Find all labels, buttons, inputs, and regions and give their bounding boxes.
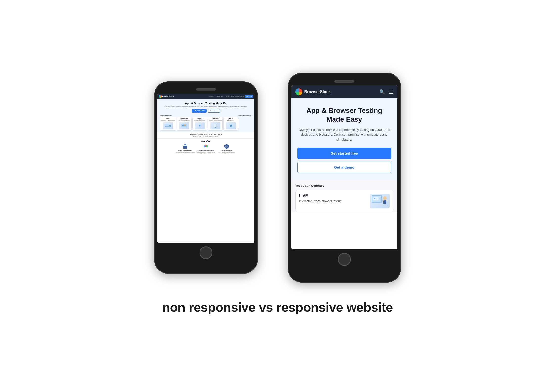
left-product-appau[interactable]: APP AU Automate app... — [223, 117, 238, 130]
right-live-info: LIVE Interactive cross browser testing. — [299, 194, 342, 203]
left-benefit-coverage-name: Comprehensive coverage — [196, 150, 216, 151]
left-benefit-coverage: Comprehensive coverage Instant access to… — [196, 144, 216, 155]
svg-point-24 — [383, 196, 387, 200]
left-hero-buttons: Get started free Get a demo — [159, 109, 252, 113]
svg-point-3 — [169, 126, 170, 127]
right-hero: App & Browser Testing Made Easy Give you… — [291, 98, 397, 180]
right-live-name: LIVE — [299, 194, 342, 198]
svg-rect-11 — [214, 124, 216, 127]
coverage-icon — [203, 144, 209, 149]
phone-speaker-left — [196, 88, 216, 91]
logo-jquery: ≈ jQuery — [198, 134, 203, 135]
left-benefit-box: Works out of the box Zero setup and zero… — [175, 144, 195, 155]
right-get-started-btn[interactable]: Get started free — [297, 148, 391, 159]
left-product-automate-desc: Selenium testing at scale — [178, 120, 191, 121]
svg-marker-16 — [183, 144, 187, 145]
left-product-automate[interactable]: AUTOMATE Selenium testing at scale — [177, 117, 192, 130]
left-product-appau-name: APP AU — [224, 118, 237, 120]
left-nav-products[interactable]: Products ↓ — [209, 96, 215, 97]
left-benefits-section: Benefits Works out of the box Zero setup… — [157, 138, 254, 156]
left-product-appau-desc: Automate app... — [224, 120, 237, 121]
left-test-websites-label: Test your Websites — [160, 115, 172, 116]
svg-point-28 — [374, 198, 375, 199]
right-hero-subtitle: Give your users a seamless experience by… — [297, 127, 391, 142]
left-get-demo-btn[interactable]: Get a demo — [208, 109, 220, 113]
right-live-img — [370, 194, 390, 208]
left-product-live-name: LIVE — [161, 118, 175, 120]
left-product-percy-img — [195, 122, 205, 129]
left-product-appau-img — [226, 122, 236, 129]
right-navbar: BrowserStack 🔍 ☰ — [291, 85, 397, 98]
left-trusted-section: ⊞ Microsoft ≈ jQuery ✕ RBS ⊛ HARVARD WIK… — [157, 132, 254, 138]
svg-rect-1 — [165, 124, 169, 126]
home-button-right[interactable] — [338, 253, 351, 266]
home-button-left[interactable] — [200, 246, 212, 259]
hamburger-icon[interactable]: ☰ — [389, 89, 393, 95]
left-brand-name: BrowserStack — [162, 95, 174, 97]
svg-rect-6 — [184, 125, 186, 126]
left-nav-free-trial[interactable]: FREE TRI — [245, 95, 253, 98]
left-product-applive-desc: Interactive mobile app testing — [209, 120, 222, 121]
left-test-mobile-label: Test your Mobile Apps — [238, 115, 251, 116]
left-product-live-img — [163, 122, 173, 129]
left-nav-teams[interactable]: Live for Teams — [225, 96, 234, 97]
left-get-started-btn[interactable]: Get started free — [192, 109, 207, 113]
left-logo: BrowserStack — [159, 95, 174, 98]
left-hero-subtitle: Give your users a seamless experience by… — [159, 106, 252, 108]
logo-microsoft: ⊞ Microsoft — [190, 134, 197, 135]
phone-non-responsive: BrowserStack Products ↓ Developers ↓ Liv… — [154, 81, 258, 274]
logo-rbs: ✕ RBS — [204, 134, 208, 135]
left-product-live[interactable]: LIVE Interactive cross browser testing — [160, 117, 176, 130]
right-test-websites-label: Test your Websites — [295, 184, 393, 187]
left-product-applive-name: APP LIVE — [209, 118, 222, 120]
svg-rect-5 — [182, 125, 184, 126]
phone-speaker-right — [334, 80, 354, 83]
left-benefit-security-name: Uncompromising — [217, 150, 237, 151]
left-nav-signin[interactable]: Sign in — [240, 96, 244, 97]
left-nav-developers[interactable]: Developers ↓ — [216, 96, 224, 97]
left-nav-pricing[interactable]: Pricing — [235, 96, 239, 97]
left-trusted-text: Trusted by more than 50,000 customers gl… — [158, 136, 253, 137]
left-product-live-desc: Interactive cross browser testing — [161, 120, 175, 121]
box-icon — [182, 144, 188, 149]
bs-logo-icon — [159, 95, 162, 98]
left-product-applive[interactable]: APP LIVE Interactive mobile app testing — [208, 117, 223, 130]
right-bs-icon — [295, 88, 302, 95]
phones-comparison: BrowserStack Products ↓ Developers ↓ Liv… — [154, 73, 401, 283]
right-nav-icons: 🔍 ☰ — [379, 89, 393, 95]
svg-rect-27 — [386, 200, 387, 201]
left-product-automate-img — [179, 122, 189, 129]
right-bottom-section: Test your Websites LIVE Interactive cros… — [291, 180, 397, 212]
left-navbar: BrowserStack Products ↓ Developers ↓ Liv… — [157, 94, 254, 99]
left-benefit-box-desc: Zero setup and zero maintenance to speed… — [175, 152, 195, 155]
left-product-percy[interactable]: PERCY Visual testing and review — [192, 117, 207, 130]
svg-point-12 — [215, 127, 216, 128]
search-icon[interactable]: 🔍 — [379, 89, 385, 95]
left-hero-title: App & Browser Testing Made Ea — [159, 102, 252, 105]
right-logo: BrowserStack — [295, 88, 379, 95]
right-hero-title: App & Browser Testing Made Easy — [297, 106, 391, 124]
left-benefit-security-desc: SOC2 compliant. Pricing and devices avai… — [217, 152, 237, 155]
left-benefit-box-name: Works out of the box — [175, 150, 195, 151]
svg-rect-29 — [376, 198, 378, 198]
right-brand-name: BrowserStack — [304, 90, 331, 94]
left-benefits-row: Works out of the box Zero setup and zero… — [158, 144, 253, 155]
left-products-row: LIVE Interactive cross browser testing A… — [159, 117, 252, 130]
right-live-desc: Interactive cross browser testing. — [299, 199, 342, 203]
shield-icon — [224, 144, 229, 149]
left-benefits-title: Benefits — [158, 140, 253, 143]
left-trusted-logos: ⊞ Microsoft ≈ jQuery ✕ RBS ⊛ HARVARD WIK… — [158, 134, 253, 135]
svg-rect-26 — [382, 200, 384, 201]
left-benefit-coverage-desc: Instant access to 3000+ browsers and rea… — [196, 152, 216, 155]
left-product-applive-img — [210, 122, 220, 129]
screen-responsive: BrowserStack 🔍 ☰ App & Browser Testing M… — [291, 85, 397, 249]
left-product-automate-name: AUTOMATE — [178, 118, 191, 120]
logo-wiki: WIKIN — [218, 134, 222, 135]
svg-rect-4 — [181, 124, 187, 127]
left-test-labels: Test your Websites Test your Mobile Apps — [159, 115, 252, 116]
right-get-demo-btn[interactable]: Get a demo — [297, 162, 391, 173]
svg-point-9 — [199, 125, 200, 126]
right-live-card[interactable]: LIVE Interactive cross browser testing. — [295, 190, 393, 212]
left-hero: App & Browser Testing Made Ea Give your … — [157, 99, 254, 132]
svg-point-20 — [206, 145, 208, 147]
